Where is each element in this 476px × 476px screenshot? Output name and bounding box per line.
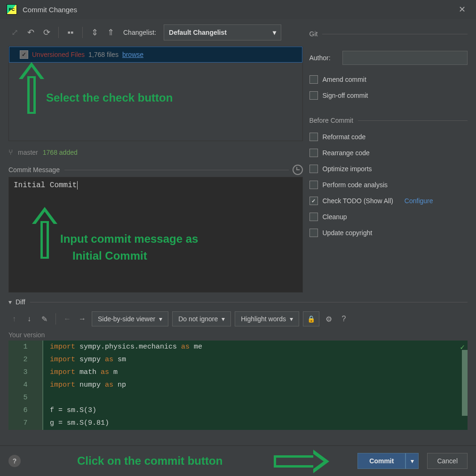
highlight-dropdown[interactable]: Highlight words▾ [235,311,299,326]
cleanup-checkbox[interactable] [309,213,318,221]
optimize-checkbox[interactable] [309,165,318,173]
copyright-checkbox[interactable] [309,229,318,237]
before-commit-header: Before Commit [309,117,468,124]
signoff-label: Sign-off commit [323,92,368,99]
scrollbar[interactable] [462,350,468,416]
amend-checkbox[interactable] [309,75,318,84]
changelist-dropdown[interactable]: Default Changelist ▾ [164,24,281,40]
unversioned-count: 1,768 files [88,51,119,58]
expand-all-icon[interactable]: ⇕ [88,26,101,39]
commit-dialog: PC Commit Changes ✕ ⤢ ↶ ⟳ ▪▪ ⇕ ⇑ Changel… [0,0,476,476]
annotation-arrow-2 [34,207,56,259]
commit-message-header: Commit Message [8,165,303,175]
added-count: 1768 added [43,149,78,156]
window-title: Commit Changes [23,6,77,14]
lock-icon: 🔒 [307,315,315,323]
collapse-all-icon[interactable]: ⇑ [104,26,117,39]
changelist-value: Default Changelist [169,29,227,36]
titlebar: PC Commit Changes ✕ [0,0,476,19]
configure-link[interactable]: Configure [405,197,433,205]
refresh-icon[interactable]: ⟳ [40,26,53,39]
rearrange-checkbox[interactable] [309,149,318,157]
app-icon: PC [7,4,17,15]
amend-label: Amend commit [323,76,366,83]
next-change-icon[interactable]: ↓ [24,313,35,325]
cancel-button[interactable]: Cancel [427,453,468,469]
diff-toolbar: ↑ ↓ ✎ ← → Side-by-side viewer▾ Do not ig… [8,311,468,326]
dialog-footer: ? Commit ▾ Cancel [0,445,476,476]
ignore-dropdown[interactable]: Do not ignore▾ [172,311,231,326]
lock-button[interactable]: 🔒 [303,311,319,326]
close-icon[interactable]: ✕ [455,2,469,16]
code-viewer[interactable]: ✓ 1234567 import sympy.physics.mechanics… [8,341,468,430]
branch-icon: ⑂ [8,148,13,157]
author-input[interactable] [342,51,468,65]
edit-icon[interactable]: ✎ [39,313,50,325]
annotation-arrow-1 [21,62,42,114]
changelist-label: Changelist: [123,29,156,36]
reformat-checkbox[interactable] [309,133,318,141]
author-field: Author: [309,51,468,65]
viewer-dropdown[interactable]: Side-by-side viewer▾ [92,311,168,326]
gear-icon[interactable]: ⚙ [323,313,334,325]
help-button[interactable]: ? [8,455,21,467]
undo-icon[interactable]: ↶ [24,26,37,39]
commit-button[interactable]: Commit [357,453,405,469]
your-version-label: Your version [8,331,468,339]
unversioned-label: Unversioned Files [32,51,85,58]
changes-toolbar: ⤢ ↶ ⟳ ▪▪ ⇕ ⇑ Changelist: Default Changel… [8,19,303,46]
expand-icon[interactable]: ⤢ [8,26,21,39]
history-icon[interactable] [293,165,303,175]
commit-dropdown[interactable]: ▾ [405,453,419,469]
signoff-checkbox[interactable] [309,91,318,100]
author-label: Author: [309,54,342,62]
back-icon[interactable]: ← [62,313,73,325]
collapse-icon[interactable]: ▾ [8,298,12,306]
branch-row: ⑂ master 1768 added [8,141,303,161]
unversioned-checkbox[interactable]: ✓ [20,50,28,59]
browse-link[interactable]: browse [122,51,143,58]
diff-section-header[interactable]: ▾ Diff [8,298,468,306]
todo-checkbox[interactable] [309,197,318,205]
prev-change-icon[interactable]: ↑ [8,313,20,325]
help-icon[interactable]: ? [338,313,349,325]
git-section-header: Git [309,30,468,38]
forward-icon[interactable]: → [77,313,88,325]
analysis-checkbox[interactable] [309,181,318,189]
unversioned-files-row[interactable]: ✓ Unversioned Files 1,768 files browse [9,47,302,63]
branch-name: master [18,149,38,156]
group-icon[interactable]: ▪▪ [64,26,77,39]
files-panel: ✓ Unversioned Files 1,768 files browse [8,46,303,141]
chevron-down-icon: ▾ [273,29,276,36]
